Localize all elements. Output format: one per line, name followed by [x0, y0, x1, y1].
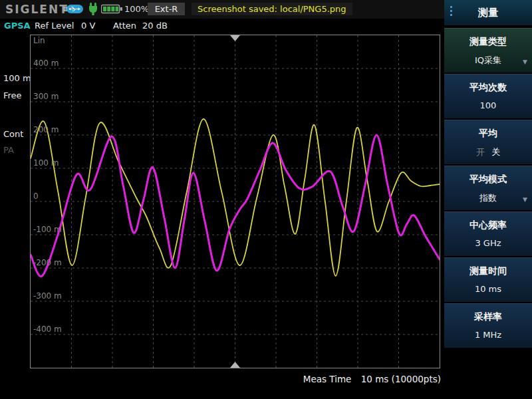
y-axis-label: 0: [33, 192, 39, 201]
softkey-menu: 测量 测量类型 IQ采集 ▼ 平均次数 100 平均 开关 平均模式 指数 ▼ …: [444, 0, 532, 399]
atten-value[interactable]: 20 dB: [142, 21, 168, 31]
center-marker-bottom-icon: [230, 362, 240, 368]
usb-icon: [64, 4, 84, 14]
ref-level-label: Ref Level: [35, 21, 74, 31]
menu-item[interactable]: 平均次数 100: [444, 74, 532, 118]
y-axis-label: 100 m: [33, 158, 59, 168]
scale-type-label: Lin: [33, 36, 45, 45]
battery-icon: [101, 4, 123, 14]
menu-title: 测量: [444, 7, 532, 19]
toggle-option[interactable]: 开: [476, 147, 485, 157]
ext-ref-indicator: Ext-R: [148, 3, 185, 15]
menu-item[interactable]: 采样率 1 MHz: [444, 303, 532, 348]
meas-time-annotation: Meas Time 10 ms (10000pts): [303, 374, 441, 384]
chevron-down-icon[interactable]: ▼: [523, 59, 527, 65]
y-axis-label: 200 m: [33, 125, 59, 134]
menu-item-value: 开关: [444, 146, 532, 158]
menu-item-value: 10 ms: [444, 284, 532, 294]
y-axis-label: 300 m: [33, 92, 59, 101]
y-axis-label: -400 m: [33, 325, 62, 334]
y-axis-label: -200 m: [33, 258, 62, 267]
plot-area: Lin 400 m300 m200 m100 m0-100 m-200 m-30…: [30, 35, 440, 368]
screenshot-saved-message: Screenshot saved: local/PNG5.png: [192, 3, 352, 15]
menu-item-title: 测量时间: [444, 258, 532, 277]
waveform-display: [31, 35, 440, 368]
menu-item-value: IQ采集: [444, 55, 532, 66]
menu-item[interactable]: 测量类型 IQ采集 ▼: [444, 28, 532, 72]
menu-item-value: 3 GHz: [444, 238, 532, 248]
meas-time-label: Meas Time: [303, 374, 352, 384]
chevron-down-icon[interactable]: ▼: [523, 196, 527, 203]
menu-item[interactable]: 平均 开关: [444, 120, 532, 164]
menu-item-value: 100: [444, 100, 532, 110]
y-axis-label: -100 m: [33, 225, 62, 234]
ref-level-value[interactable]: 0 V: [81, 21, 95, 31]
menu-item-title: 中心频率: [444, 212, 532, 231]
menu-item-value: 指数: [444, 192, 532, 204]
menu-item-title: 平均次数: [444, 74, 532, 94]
sweep-mode-label: Cont: [3, 129, 23, 139]
power-plug-icon: [88, 3, 98, 17]
measurement-status-row: GPSA Ref Level 0 V Atten 20 dB: [0, 19, 444, 33]
top-status-bar: SIGLENT 100% Ext-R Screenshot saved: loc…: [0, 0, 444, 19]
menu-item[interactable]: 平均模式 指数 ▼: [444, 166, 532, 210]
battery-percentage: 100%: [124, 4, 149, 14]
menu-item[interactable]: 测量时间 10 ms: [444, 257, 532, 302]
atten-label: Atten: [113, 21, 136, 31]
preamp-label: PA: [3, 145, 14, 155]
mode-badge: GPSA: [4, 21, 31, 31]
menu-item-title: 测量类型: [444, 29, 532, 48]
center-marker-top-icon: [230, 35, 240, 41]
analyzer-screen: SIGLENT 100% Ext-R Screenshot saved: loc…: [0, 0, 532, 399]
menu-item-title: 平均: [444, 120, 532, 140]
y-axis-label: -300 m: [33, 291, 62, 301]
toggle-option[interactable]: 关: [491, 147, 500, 157]
y-axis-label: 400 m: [33, 59, 59, 68]
menu-item[interactable]: 中心频率 3 GHz: [444, 211, 532, 256]
trigger-mode-label: Free: [3, 90, 22, 100]
meas-time-value: 10 ms (10000pts): [361, 374, 441, 384]
menu-item-title: 平均模式: [444, 166, 532, 186]
menu-item-value: 1 MHz: [444, 330, 532, 340]
menu-header: 测量: [444, 0, 532, 25]
siglent-logo: SIGLENT: [5, 3, 68, 16]
menu-item-title: 采样率: [444, 304, 532, 323]
